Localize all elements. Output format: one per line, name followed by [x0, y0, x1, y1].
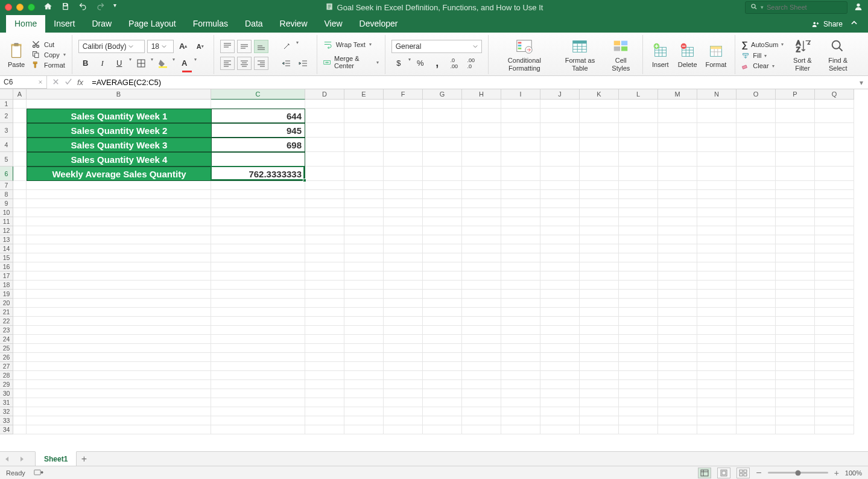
cell[interactable]	[658, 109, 697, 123]
cell[interactable]	[27, 425, 211, 434]
cell[interactable]	[13, 208, 27, 217]
cell[interactable]	[580, 235, 619, 244]
cell[interactable]	[344, 235, 384, 244]
row-header[interactable]: 23	[0, 326, 13, 335]
font-name-select[interactable]: Calibri (Body)	[78, 40, 145, 53]
cell[interactable]	[815, 335, 854, 344]
cell[interactable]	[737, 253, 776, 262]
tab-view[interactable]: View	[316, 15, 351, 33]
cell[interactable]	[13, 138, 27, 152]
column-header[interactable]: H	[462, 89, 501, 100]
number-format-select[interactable]: General	[391, 40, 482, 53]
cell[interactable]	[211, 407, 305, 416]
align-left-button[interactable]	[220, 57, 235, 70]
column-header[interactable]: E	[344, 89, 384, 100]
spreadsheet-grid[interactable]: ABCDEFGHIJKLMNOPQ 1234567891011121314151…	[0, 89, 868, 446]
row-header[interactable]: 18	[0, 281, 13, 290]
cell[interactable]	[305, 389, 344, 398]
cell[interactable]	[13, 380, 27, 389]
cell[interactable]	[344, 167, 384, 181]
cell[interactable]	[305, 199, 344, 208]
cell[interactable]	[211, 371, 305, 380]
formula-input[interactable]	[88, 78, 855, 87]
cell[interactable]	[815, 152, 854, 167]
cell[interactable]	[211, 262, 305, 271]
tab-data[interactable]: Data	[236, 15, 271, 33]
cell[interactable]	[815, 208, 854, 217]
cell[interactable]	[540, 425, 580, 434]
cell[interactable]	[658, 262, 697, 271]
cell[interactable]	[13, 262, 27, 271]
cell[interactable]	[27, 100, 211, 109]
cell[interactable]	[423, 371, 462, 380]
cell[interactable]	[658, 199, 697, 208]
cell[interactable]	[776, 208, 815, 217]
align-bottom-button[interactable]	[254, 40, 268, 53]
cell[interactable]	[384, 123, 423, 138]
cell[interactable]	[776, 326, 815, 335]
row-header[interactable]: 13	[0, 235, 13, 244]
cell[interactable]	[423, 425, 462, 434]
cell[interactable]	[423, 100, 462, 109]
cell[interactable]	[776, 398, 815, 407]
row-header[interactable]: 11	[0, 217, 13, 226]
row-header[interactable]: 24	[0, 335, 13, 344]
macro-record-icon[interactable]	[34, 468, 43, 478]
cell[interactable]	[619, 290, 658, 299]
row-header[interactable]: 19	[0, 290, 13, 299]
cell[interactable]	[501, 380, 540, 389]
cell[interactable]	[815, 371, 854, 380]
cell[interactable]	[462, 353, 501, 362]
maximize-window-button[interactable]	[28, 4, 35, 11]
cell[interactable]	[501, 425, 540, 434]
cell[interactable]	[423, 217, 462, 226]
cell[interactable]	[344, 152, 384, 167]
cell[interactable]	[501, 344, 540, 353]
row-header[interactable]: 34	[0, 425, 13, 434]
cell[interactable]	[211, 326, 305, 335]
tab-insert[interactable]: Insert	[45, 15, 83, 33]
cell[interactable]	[423, 181, 462, 190]
cell[interactable]: Weekly Average Sales Quantity	[27, 167, 211, 181]
cell[interactable]	[697, 100, 737, 109]
cell[interactable]	[501, 353, 540, 362]
cell[interactable]	[27, 416, 211, 425]
cell[interactable]	[344, 362, 384, 371]
cell[interactable]	[211, 190, 305, 199]
cell[interactable]	[619, 152, 658, 167]
cell[interactable]	[305, 290, 344, 299]
cell[interactable]	[619, 407, 658, 416]
name-box[interactable]: C6	[0, 76, 47, 89]
cell[interactable]	[344, 407, 384, 416]
cell[interactable]	[13, 407, 27, 416]
cell[interactable]	[815, 317, 854, 326]
cell[interactable]	[384, 109, 423, 123]
align-right-button[interactable]	[254, 57, 268, 70]
cell[interactable]	[658, 308, 697, 317]
format-cells-button[interactable]: Format	[703, 42, 729, 68]
cell[interactable]	[13, 398, 27, 407]
format-painter-button[interactable]: Format	[31, 60, 66, 69]
cell[interactable]	[540, 100, 580, 109]
cell[interactable]	[27, 353, 211, 362]
cell[interactable]	[815, 281, 854, 290]
cell[interactable]	[619, 181, 658, 190]
cell[interactable]	[501, 208, 540, 217]
row-header[interactable]: 29	[0, 380, 13, 389]
cell[interactable]	[737, 208, 776, 217]
cell[interactable]	[384, 281, 423, 290]
cell[interactable]	[580, 308, 619, 317]
row-header[interactable]: 22	[0, 317, 13, 326]
bold-button[interactable]: B	[78, 57, 93, 70]
cell[interactable]	[540, 317, 580, 326]
tab-page-layout[interactable]: Page Layout	[120, 15, 185, 33]
cell[interactable]	[619, 281, 658, 290]
cell[interactable]	[27, 308, 211, 317]
cell[interactable]	[462, 344, 501, 353]
cell[interactable]	[344, 181, 384, 190]
sheet-nav-next[interactable]	[14, 452, 29, 466]
row-header[interactable]: 26	[0, 353, 13, 362]
cell[interactable]	[815, 380, 854, 389]
cell[interactable]	[305, 380, 344, 389]
cell[interactable]	[384, 344, 423, 353]
